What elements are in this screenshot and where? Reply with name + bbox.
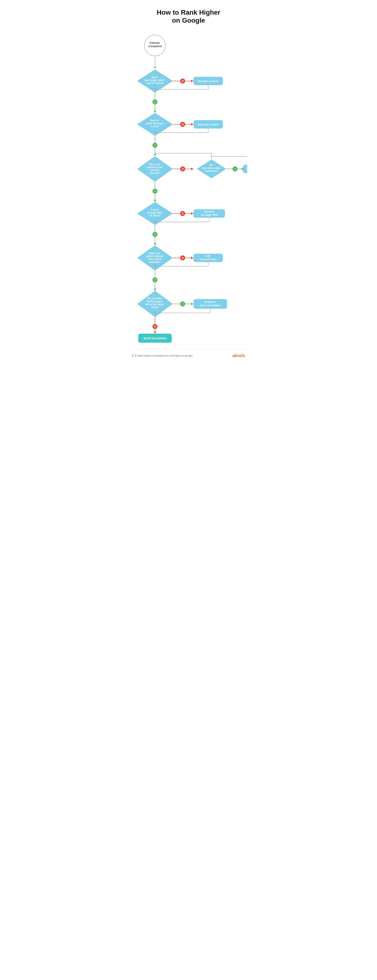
cc-icon: © [132, 354, 134, 357]
svg-text:✓: ✓ [182, 302, 184, 305]
svg-text:Improve content: Improve content [198, 123, 219, 126]
svg-marker-101 [154, 289, 156, 291]
svg-text:✕: ✕ [182, 212, 184, 215]
svg-marker-108 [191, 303, 193, 305]
footer-url: https://ahrefs.com/blog/how-to-rank-high… [137, 354, 192, 357]
svg-marker-65 [154, 200, 156, 202]
page: How to Rank Higher on Google Choose a ke… [126, 0, 251, 369]
svg-text:Build backlinks: Build backlinks [144, 336, 166, 340]
svg-marker-90 [191, 257, 193, 259]
footer-info: © ℹ https://ahrefs.com/blog/how-to-rank-… [132, 354, 193, 357]
svg-text:✓: ✓ [154, 100, 156, 103]
ahrefs-logo: ahrefs [232, 353, 245, 358]
svg-text:✓: ✓ [234, 167, 236, 170]
svg-marker-46 [191, 168, 193, 170]
svg-text:✓: ✓ [154, 233, 156, 236]
svg-text:✓: ✓ [154, 189, 156, 193]
svg-text:✕: ✕ [182, 256, 184, 259]
page-title: How to Rank Higher on Google [157, 8, 220, 24]
svg-text:Update content: Update content [247, 167, 247, 170]
svg-marker-10 [191, 80, 193, 82]
flowchart-diagram: Choose a keyword Does your page match se… [130, 33, 247, 343]
svg-text:✕: ✕ [182, 167, 184, 170]
svg-text:Choose
      a keyword: Choose a keyword [148, 41, 162, 48]
svg-text:✕: ✕ [182, 80, 184, 83]
svg-marker-119 [154, 332, 156, 334]
svg-marker-83 [154, 243, 156, 245]
svg-marker-3 [154, 67, 156, 69]
svg-marker-21 [154, 111, 156, 113]
svg-marker-28 [191, 123, 193, 126]
svg-text:✕: ✕ [154, 325, 156, 328]
footer: © ℹ https://ahrefs.com/blog/how-to-rank-… [130, 349, 247, 360]
info-icon: ℹ [135, 354, 136, 357]
svg-text:✓: ✓ [154, 144, 156, 147]
svg-text:✕: ✕ [182, 123, 184, 126]
svg-marker-39 [154, 154, 156, 156]
svg-text:✓: ✓ [154, 278, 156, 282]
svg-text:Realign content: Realign content [198, 80, 219, 83]
svg-marker-72 [191, 212, 193, 215]
